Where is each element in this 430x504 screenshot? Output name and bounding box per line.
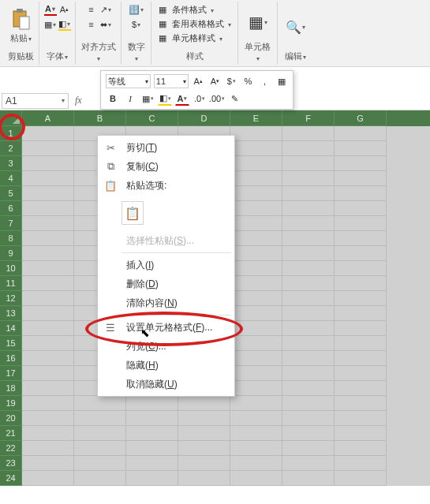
cell[interactable] (230, 186, 282, 201)
cell[interactable] (335, 291, 387, 306)
row-header[interactable]: 24 (0, 471, 22, 486)
cell[interactable] (22, 156, 74, 171)
cell[interactable] (22, 426, 74, 441)
cell[interactable] (230, 216, 282, 231)
cell[interactable] (335, 246, 387, 261)
mini-border-icon[interactable]: ▦ (275, 74, 288, 88)
cell[interactable] (230, 261, 282, 276)
cell[interactable] (282, 426, 335, 441)
cell[interactable] (282, 441, 335, 456)
cell[interactable] (230, 156, 282, 171)
row-header[interactable]: 22 (0, 441, 22, 456)
row-header[interactable]: 14 (0, 321, 22, 336)
row-header[interactable]: 11 (0, 276, 22, 291)
cell[interactable] (22, 186, 74, 201)
cell[interactable] (230, 291, 282, 306)
cell[interactable] (126, 471, 178, 486)
mini-format-painter-icon[interactable]: ✎ (227, 91, 241, 106)
row-header[interactable]: 12 (0, 291, 22, 306)
cell[interactable] (335, 396, 387, 411)
cell[interactable] (22, 396, 74, 411)
row-header[interactable]: 9 (0, 246, 22, 261)
cell[interactable] (230, 246, 282, 261)
cell[interactable] (282, 471, 335, 486)
cell[interactable] (335, 426, 387, 441)
cell[interactable] (22, 231, 74, 246)
mini-decrease-font-icon[interactable]: A▾ (208, 74, 222, 88)
row-header[interactable]: 15 (0, 336, 22, 351)
column-header[interactable]: A (22, 110, 74, 126)
mini-currency-icon[interactable]: $ (225, 74, 238, 88)
cell[interactable] (126, 456, 178, 471)
cell[interactable] (230, 381, 282, 396)
cell[interactable] (230, 351, 282, 366)
cell[interactable] (335, 276, 387, 291)
cell[interactable] (22, 216, 74, 231)
cell[interactable] (178, 426, 230, 441)
row-header[interactable]: 18 (0, 381, 22, 396)
cell[interactable] (230, 201, 282, 216)
cell[interactable] (22, 321, 74, 336)
cell[interactable] (335, 471, 387, 486)
cell[interactable] (335, 456, 387, 471)
cell[interactable] (282, 261, 335, 276)
cell[interactable] (74, 426, 126, 441)
cell[interactable] (230, 141, 282, 156)
cell[interactable] (282, 411, 335, 426)
cell[interactable] (335, 366, 387, 381)
cell[interactable] (335, 126, 387, 141)
cell[interactable] (282, 156, 335, 171)
cell[interactable] (22, 171, 74, 186)
cell[interactable] (282, 276, 335, 291)
number-format-icon[interactable]: 🔢 (130, 3, 143, 16)
cell[interactable] (230, 306, 282, 321)
cell[interactable] (335, 261, 387, 276)
cell[interactable] (126, 396, 178, 411)
cell[interactable] (230, 276, 282, 291)
cell[interactable] (22, 381, 74, 396)
cell[interactable] (22, 126, 74, 141)
row-header[interactable]: 6 (0, 201, 22, 216)
edit-group-label[interactable]: 编辑 (285, 50, 306, 65)
row-header[interactable]: 8 (0, 231, 22, 246)
mini-fill-icon[interactable]: ◧ (158, 91, 172, 106)
paste-button[interactable]: 粘贴 (10, 32, 32, 47)
mini-italic-icon[interactable]: I (123, 91, 137, 106)
ctx-copy[interactable]: ⧉ 复制(C) (98, 157, 234, 176)
cell[interactable] (335, 336, 387, 351)
cell[interactable] (22, 336, 74, 351)
cell[interactable] (230, 336, 282, 351)
cell[interactable] (282, 321, 335, 336)
ctx-clear[interactable]: 清除内容(N) (98, 293, 234, 312)
cell[interactable] (74, 471, 126, 486)
cell[interactable] (22, 261, 74, 276)
row-header[interactable]: 3 (0, 156, 22, 171)
mini-fontcolor-icon[interactable]: A (175, 91, 189, 106)
row-header[interactable]: 19 (0, 396, 22, 411)
cell[interactable] (282, 381, 335, 396)
cell[interactable] (335, 171, 387, 186)
cell-group-label[interactable]: 单元格 (243, 41, 272, 65)
row-header[interactable]: 20 (0, 411, 22, 426)
conditional-format-button[interactable]: ▦条件格式 (156, 3, 214, 16)
font-group-label[interactable]: 字体 (47, 50, 68, 65)
row-header[interactable]: 4 (0, 171, 22, 186)
cell[interactable] (335, 141, 387, 156)
cell[interactable] (282, 231, 335, 246)
font-size-up-icon[interactable]: A▴ (58, 3, 71, 16)
mini-increase-font-icon[interactable]: A▴ (192, 74, 205, 88)
cell[interactable] (335, 381, 387, 396)
ctx-column-width[interactable]: 列宽(C)... (98, 337, 234, 356)
row-header[interactable]: 23 (0, 456, 22, 471)
mini-font-size[interactable]: 11▾ (154, 74, 189, 88)
cell[interactable] (22, 306, 74, 321)
row-header[interactable]: 10 (0, 261, 22, 276)
align-group-label[interactable]: 对齐方式 (80, 41, 116, 65)
mini-comma-icon[interactable]: , (258, 74, 271, 88)
cell[interactable] (335, 216, 387, 231)
cell[interactable] (335, 441, 387, 456)
cell[interactable] (22, 201, 74, 216)
cell[interactable] (282, 186, 335, 201)
mini-dec-dec-icon[interactable]: .00 (210, 91, 224, 106)
cell[interactable] (22, 441, 74, 456)
